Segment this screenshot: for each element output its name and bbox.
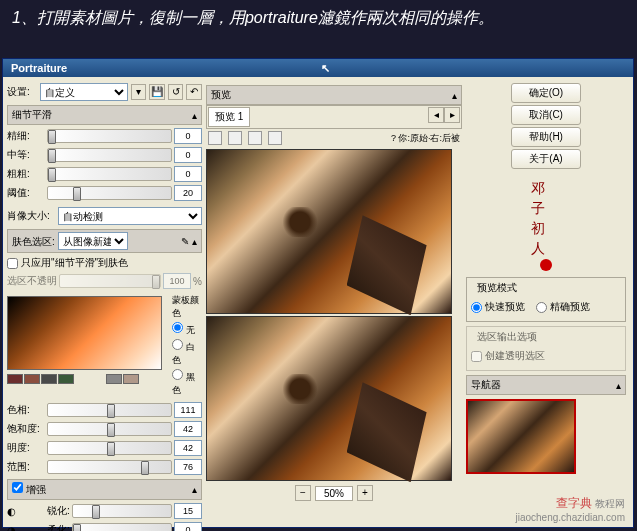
save-preset-icon[interactable]: 💾 [149,84,165,100]
range-value[interactable]: 76 [174,459,202,475]
window-title: Portraiture [11,62,67,74]
threshold-value[interactable]: 20 [174,185,202,201]
mask-black-radio[interactable] [172,369,183,380]
swatch-1[interactable] [7,374,23,384]
mask-color-group: 蒙板颜色 无 白色 黑色 [172,292,202,399]
left-panel: 设置: 自定义 ▾ 💾 ↺ ↶ 细节平滑▴ 精细: 0 中等: 0 粗粗 [7,81,202,531]
swatch-3[interactable] [41,374,57,384]
swatch-6[interactable] [123,374,139,384]
opacity-label: 选区不透明 [7,274,57,288]
reset-icon[interactable]: ↺ [168,84,184,100]
fine-slider[interactable] [47,129,172,143]
mask-none-radio[interactable] [172,322,183,333]
settings-dropdown-icon[interactable]: ▾ [131,84,147,100]
sharpen-slider[interactable] [72,504,172,518]
lum-slider[interactable] [47,441,172,455]
hue-value[interactable]: 111 [174,402,202,418]
color-swatches [7,374,162,384]
range-slider[interactable] [47,460,172,474]
mask-title: 蒙板颜色 [172,294,202,320]
sat-slider[interactable] [47,422,172,436]
medium-slider[interactable] [47,148,172,162]
svg-text:人: 人 [531,240,545,256]
fine-slider-row: 精细: 0 [7,128,202,144]
coarse-value[interactable]: 0 [174,166,202,182]
skin-tone-header[interactable]: 肤色选区: 从图像新建 ✎ ▴ [7,229,202,253]
ok-button[interactable]: 确定(O) [511,83,581,103]
zoom-out-button[interactable]: − [295,485,311,501]
title-bar: Portraiture ↖ [3,59,633,77]
sharpen-value[interactable]: 15 [174,503,202,519]
fast-preview-radio[interactable] [471,302,482,313]
preview-tab-1[interactable]: 预览 1 [208,107,250,127]
output-fieldset: 选区输出选项 创建透明选区 [466,326,626,371]
svg-text:邓: 邓 [531,180,545,196]
fine-value[interactable]: 0 [174,128,202,144]
portraiture-window: Portraiture ↖ 设置: 自定义 ▾ 💾 ↺ ↶ 细节平滑▴ 精细: … [2,58,634,528]
precise-preview-radio[interactable] [536,302,547,313]
watermark-right: 查字典 教程网 jiaocheng.chazidian.com [515,495,625,523]
enhance-header[interactable]: 增强 ▴ [7,479,202,500]
cursor-icon: ↖ [321,62,330,75]
swatch-4[interactable] [58,374,74,384]
skin-src-select[interactable]: 从图像新建 [58,232,128,250]
collapse-icon-2: ▴ [192,484,197,495]
svg-point-4 [540,259,552,271]
medium-slider-row: 中等: 0 [7,147,202,163]
preview-mode-fieldset: 预览模式 快速预览 精确预览 [466,277,626,322]
collapse-icon: ▴ [192,110,197,121]
svg-text:初: 初 [531,220,545,236]
navigator-header[interactable]: 导航器▴ [466,375,626,395]
preview-image-bottom[interactable] [206,316,452,481]
next-tab-icon[interactable]: ▸ [444,107,460,123]
swatch-5[interactable] [106,374,122,384]
view-split-v-icon[interactable] [248,131,262,145]
prev-tab-icon[interactable]: ◂ [428,107,444,123]
coarse-slider[interactable] [47,167,172,181]
apply-only-label: 只应用"细节平滑"到肤色 [21,256,128,270]
undo-icon[interactable]: ↶ [186,84,202,100]
soften-slider[interactable] [72,523,172,531]
apply-only-checkbox[interactable] [7,258,18,269]
help-button[interactable]: 帮助(H) [511,127,581,147]
view-compare-icon[interactable] [268,131,282,145]
preview-info: ? 你:原始·右:后被 [391,132,460,145]
detail-smooth-header[interactable]: 细节平滑▴ [7,105,202,125]
swatch-2[interactable] [24,374,40,384]
settings-label: 设置: [7,85,37,99]
threshold-slider[interactable] [47,186,172,200]
preview-image-top[interactable] [206,149,452,314]
view-single-icon[interactable] [208,131,222,145]
svg-text:子: 子 [531,200,545,216]
opacity-value: 100 [163,273,191,289]
mask-white-radio[interactable] [172,339,183,350]
view-split-h-icon[interactable] [228,131,242,145]
portrait-size-label: 肖像大小: [7,209,55,223]
zoom-in-button[interactable]: + [357,485,373,501]
preview-header: 预览▴ [206,85,462,105]
lum-value[interactable]: 42 [174,440,202,456]
preview-panel: 预览▴ 预览 1 ◂ ▸ ? 你:原始·右:后被 − 50% + [206,81,462,531]
medium-value[interactable]: 0 [174,147,202,163]
coarse-slider-row: 粗粗: 0 [7,166,202,182]
enhance-checkbox[interactable] [12,482,23,493]
threshold-slider-row: 阈值: 20 [7,185,202,201]
cancel-button[interactable]: 取消(C) [511,105,581,125]
settings-select[interactable]: 自定义 [40,83,128,101]
hue-slider[interactable] [47,403,172,417]
eyedropper-icon[interactable]: ✎ ▴ [181,236,197,247]
create-alpha-checkbox [471,351,482,362]
sat-value[interactable]: 42 [174,421,202,437]
decorative-stamp: 邓子初人 [526,173,566,273]
about-button[interactable]: 关于(A) [511,149,581,169]
color-picker-gradient[interactable] [7,296,162,370]
zoom-level[interactable]: 50% [315,486,353,501]
soften-value[interactable]: 0 [174,522,202,531]
output-title: 选区输出选项 [475,330,539,344]
opacity-slider [59,274,161,288]
navigator-thumbnail[interactable] [466,399,576,474]
preview-mode-title: 预览模式 [475,281,519,295]
portrait-size-select[interactable]: 自动检测 [58,207,202,225]
instruction-text: 1、打開素材圖片，復制一層，用portraiture濾鏡作兩次相同的操作。 [0,0,637,37]
right-panel: 确定(O) 取消(C) 帮助(H) 关于(A) 邓子初人 预览模式 快速预览 精… [466,81,626,531]
